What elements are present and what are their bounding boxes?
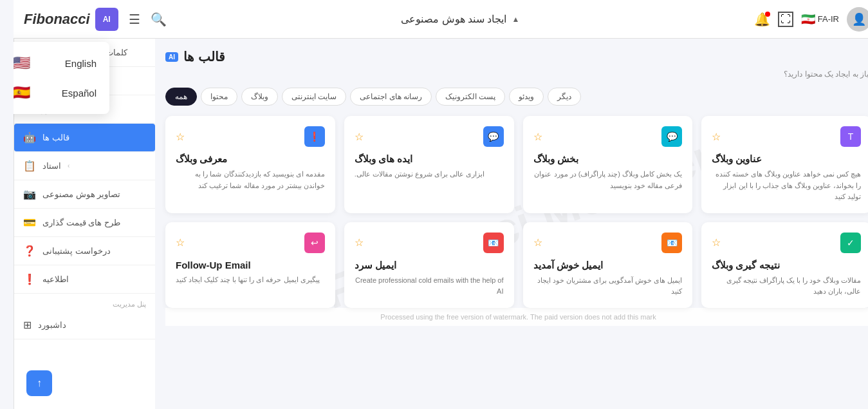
content-area: Fibonacci Monster قالب ها AI نیاز به ایج…: [142, 39, 868, 409]
card-top: 💬 ☆: [520, 126, 669, 147]
card-icon: ❗: [291, 126, 311, 147]
filter-tab-video[interactable]: ویدئو: [495, 88, 530, 106]
card-icon: ✓: [827, 233, 847, 253]
card-blog-intro: ❗ ☆ معرفی وبلاگ مقدمه ای بنویسید که بازد…: [152, 116, 322, 213]
card-title: معرفی وبلاگ: [162, 153, 214, 165]
header-right: 🔍 ☰ AI Fibonacci: [10, 8, 153, 31]
star-button[interactable]: ☆: [341, 131, 350, 143]
notification-bell[interactable]: 🔔: [741, 12, 757, 27]
card-title: Follow-Up Email: [162, 260, 237, 271]
card-blog-ideas: 💬 ☆ ایده های وبلاگ ابزاری عالی برای شروع…: [331, 116, 501, 213]
page-title-area: ▲ ایجاد سند هوش مصنوعی: [387, 13, 506, 25]
card-desc: مقالات وبلاگ خود را با یک پاراگراف نتیجه…: [698, 275, 847, 298]
teacher-icon: 📋: [10, 160, 23, 172]
espanol-label: Español: [48, 88, 83, 99]
scroll-up-button[interactable]: ↑: [13, 370, 39, 396]
card-desc: پیگیری ایمیل حرفه ای را تنها با چند کلیک…: [162, 274, 306, 286]
card-title: نتیجه گیری وبلاگ: [698, 260, 766, 271]
card-blog-conclusion: ✓ ☆ نتیجه گیری وبلاگ مقالات وبلاگ خود را…: [688, 222, 858, 308]
sidebar-item-label: قالب ها: [29, 133, 56, 142]
filter-tab-other[interactable]: دیگر: [534, 88, 568, 106]
card-title: ایده های وبلاگ: [341, 153, 399, 165]
card-top: ❗ ☆: [162, 126, 311, 147]
card-icon: 💬: [648, 126, 669, 147]
card-desc: یک بخش کامل وبلاگ (چند پاراگراف) در مورد…: [520, 169, 669, 191]
english-flag-icon: 🇺🇸: [0, 55, 17, 71]
content-header: قالب ها AI: [152, 49, 858, 64]
sidebar-item-label: اطلاعیه: [29, 274, 55, 284]
header: 👤 FA-IR 🇮🇷 ⛶ 🔔 ▲ ایجاد سند هوش مصنوعی 🔍 …: [0, 0, 868, 39]
card-icon: 📧: [648, 233, 669, 253]
card-top: T ☆: [698, 126, 847, 147]
user-avatar[interactable]: 👤: [833, 7, 858, 32]
language-selector[interactable]: FA-IR 🇮🇷: [788, 12, 826, 26]
logo: AI Fibonacci: [10, 8, 105, 31]
filter-tab-content[interactable]: محتوا: [187, 88, 224, 106]
star-button[interactable]: ☆: [520, 236, 529, 249]
admin-section-title: پنل مدیریت: [1, 294, 142, 311]
flag-icon: 🇮🇷: [788, 12, 802, 26]
chevron-up-icon: ▲: [498, 15, 506, 24]
pricing-icon: 💳: [10, 216, 23, 229]
sidebar-item-templates[interactable]: قالب ها 🤖: [1, 124, 142, 152]
sidebar-item-support[interactable]: درخواست پشتیبانی ❓: [1, 237, 142, 265]
card-title: ایمیل خوش آمدید: [520, 260, 589, 271]
lang-code-label: FA-IR: [804, 14, 826, 24]
star-button[interactable]: ☆: [341, 236, 350, 249]
templates-icon: 🤖: [10, 131, 23, 144]
star-button[interactable]: ☆: [698, 131, 707, 143]
content-subtitle: نیاز به ایجاد یک محتوا دارید؟: [152, 70, 858, 79]
card-icon: 💬: [470, 126, 490, 147]
sidebar-item-ai-images[interactable]: تصاویر هوش مصنوعی 📷: [1, 180, 142, 209]
card-followup-email: ↩ ☆ Follow-Up Email پیگیری ایمیل حرفه ای…: [152, 222, 322, 308]
notification-dot: [752, 12, 757, 17]
lang-option-espanol[interactable]: Español 🇪🇸: [0, 78, 96, 108]
filter-tab-blog[interactable]: وبلاگ: [228, 88, 264, 106]
filter-tab-all[interactable]: همه: [152, 88, 183, 106]
menu-button[interactable]: ☰: [115, 12, 127, 27]
card-top: 💬 ☆: [341, 126, 490, 147]
sidebar-item-notice[interactable]: اطلاعیه ❗: [1, 265, 142, 294]
filter-tab-website[interactable]: سایت اینترنتی: [268, 88, 333, 106]
admin-dashboard-icon: ⊞: [10, 319, 18, 331]
sidebar-item-admin-dashboard[interactable]: داشبورد ⊞: [1, 311, 142, 339]
ai-badge: AI: [152, 52, 165, 62]
card-top: ↩ ☆: [162, 233, 311, 253]
lang-option-english[interactable]: English 🇺🇸: [0, 48, 96, 78]
sidebar-item-teacher[interactable]: › استاد 📋: [1, 152, 142, 180]
card-icon: 📧: [470, 233, 490, 253]
card-top: 📧 ☆: [341, 233, 490, 253]
chevron-left-icon: ›: [54, 162, 56, 169]
logo-text: Fibonacci: [10, 11, 77, 28]
bottom-watermark-note: Processed using the free version of wate…: [152, 308, 858, 326]
search-button[interactable]: 🔍: [137, 12, 153, 27]
language-dropdown: English 🇺🇸 Español 🇪🇸: [0, 42, 96, 114]
card-desc: Create professional cold emails with the…: [341, 275, 490, 298]
english-label: English: [51, 58, 83, 69]
card-title: ایمیل سرد: [341, 260, 383, 271]
card-blog-section: 💬 ☆ بخش وبلاگ یک بخش کامل وبلاگ (چند پار…: [510, 116, 679, 213]
card-desc: ابزاری عالی برای شروع نوشتن مقالات عالی.: [341, 169, 471, 180]
card-icon: ↩: [291, 233, 311, 253]
filter-tab-social[interactable]: رسانه های اجتماعی: [337, 88, 418, 106]
card-title: عناوین وبلاگ: [698, 153, 748, 165]
logo-chip: AI: [82, 8, 105, 31]
sidebar-item-pricing[interactable]: طرح های قیمت گذاری 💳: [1, 209, 142, 237]
sidebar-item-label: داشبورد: [24, 320, 53, 330]
card-cold-email: 📧 ☆ ایمیل سرد Create professional cold e…: [331, 222, 501, 308]
star-button[interactable]: ☆: [520, 131, 529, 143]
header-left: 👤 FA-IR 🇮🇷 ⛶ 🔔: [741, 7, 858, 32]
card-title: بخش وبلاگ: [520, 153, 565, 165]
expand-button[interactable]: ⛶: [764, 12, 780, 27]
header-center: ▲ ایجاد سند هوش مصنوعی: [153, 13, 741, 25]
star-button[interactable]: ☆: [698, 236, 707, 249]
support-icon: ❓: [10, 245, 23, 257]
filter-tab-email[interactable]: پست الکترونیک: [422, 88, 492, 106]
sidebar-item-label: تصاویر هوش مصنوعی: [29, 189, 107, 199]
content-title: قالب ها: [170, 49, 212, 64]
ai-images-icon: 📷: [10, 188, 23, 200]
card-desc: مقدمه ای بنویسید که بازدیدکنندگان شما را…: [162, 169, 311, 191]
cards-grid: T ☆ عناوین وبلاگ هیچ کس نمی خواهد عناوین…: [152, 116, 858, 308]
star-button[interactable]: ☆: [162, 236, 171, 249]
star-button[interactable]: ☆: [162, 131, 171, 143]
